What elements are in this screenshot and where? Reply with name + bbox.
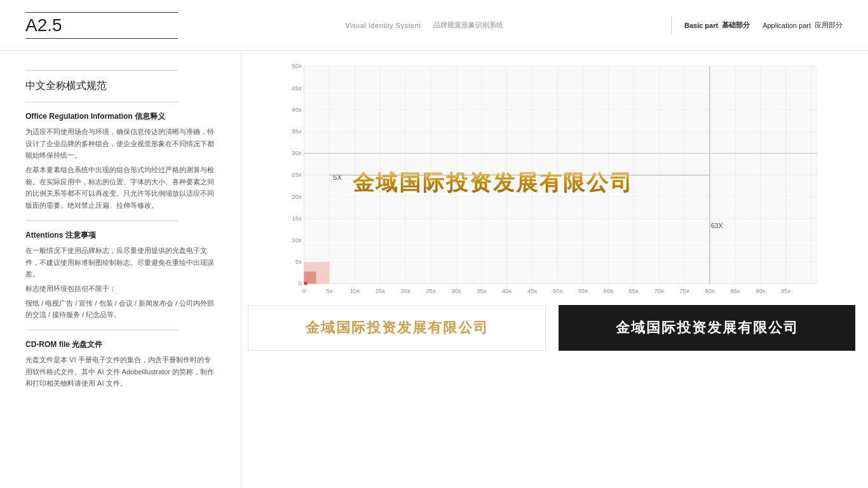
content-area: 0 5x 10x 15x 20x 25x 30x 35x 40x 45x 50x… xyxy=(241,51,868,488)
svg-text:10x: 10x xyxy=(292,236,302,243)
svg-text:25x: 25x xyxy=(292,171,302,178)
section2-heading: Office Regulation Information 信息释义 xyxy=(25,111,215,122)
nav-basic[interactable]: Basic part 基础部分 xyxy=(684,20,750,30)
section1-title: 中文全称横式规范 xyxy=(25,79,215,93)
header-center: Visual Identity System 品牌视觉形象识别系统 xyxy=(345,20,503,30)
page-code: A2.5 xyxy=(25,17,178,34)
svg-text:55x: 55x xyxy=(578,287,588,294)
svg-text:35x: 35x xyxy=(292,128,302,135)
svg-text:20x: 20x xyxy=(400,287,410,294)
svg-text:20x: 20x xyxy=(292,193,302,200)
logo-light-text: 金域国际投资发展有限公司 xyxy=(306,318,489,337)
nav-separator xyxy=(671,16,672,35)
section2-text2: 在基本要素组合系统中出现的组合形式均经过严格的测算与检验。在实际应用中，标志的位… xyxy=(25,164,215,212)
sidebar: 中文全称横式规范 Office Regulation Information 信… xyxy=(0,51,241,488)
divider3 xyxy=(25,330,178,330)
header-divider-top xyxy=(25,12,178,13)
nav-basic-cn: 基础部分 xyxy=(722,20,750,30)
svg-text:65x: 65x xyxy=(629,287,639,294)
svg-text:10x: 10x xyxy=(350,287,360,294)
section3-text2: 标志使用环境包括但不限于： xyxy=(25,283,215,295)
svg-text:30x: 30x xyxy=(451,287,461,294)
nav-app-cn: 应用部分 xyxy=(815,20,843,30)
nav-app-en: Application part xyxy=(763,22,811,29)
svg-text:15x: 15x xyxy=(292,215,302,222)
svg-text:5X: 5X xyxy=(333,173,342,181)
svg-text:25x: 25x xyxy=(426,287,436,294)
svg-text:0: 0 xyxy=(302,287,306,294)
vis-en-label: Visual Identity System xyxy=(345,22,421,29)
section4-heading: CD-ROM file 光盘文件 xyxy=(25,339,215,350)
svg-text:30x: 30x xyxy=(292,149,302,156)
header-left: A2.5 xyxy=(25,12,178,39)
section3-list: 报纸 / 电视广告 / 宣传 / 包装 / 会议 / 新闻发布会 / 公司内外部… xyxy=(25,297,215,321)
logo-light-version: 金域国际投资发展有限公司 xyxy=(248,305,546,351)
divider1 xyxy=(25,102,178,102)
nav-app[interactable]: Application part 应用部分 xyxy=(763,20,843,30)
header-nav: Basic part 基础部分 Application part 应用部分 xyxy=(671,16,843,35)
svg-text:70x: 70x xyxy=(654,287,664,294)
section3-text1: 在一般情况下使用品牌标志，应尽量使用提供的光盘电子文件，不建议使用标准制图绘制标… xyxy=(25,245,215,280)
vis-cn-label: 品牌视觉形象识别系统 xyxy=(433,20,503,30)
svg-text:90x: 90x xyxy=(756,287,766,294)
svg-text:40x: 40x xyxy=(502,287,512,294)
section2-text1: 为适应不同使用场合与环境，确保信息传达的清晰与准确，特设计了企业品牌的多种组合，… xyxy=(25,126,215,161)
nav-basic-en: Basic part xyxy=(684,22,718,29)
logo-dark-text: 金域国际投资发展有限公司 xyxy=(616,318,799,337)
svg-text:金域国际投资发展有限公司: 金域国际投资发展有限公司 xyxy=(352,170,634,194)
section3-heading: Attentions 注意事项 xyxy=(25,230,215,241)
header-divider-bottom xyxy=(25,38,178,39)
svg-text:35x: 35x xyxy=(477,287,487,294)
svg-text:45x: 45x xyxy=(527,287,538,294)
svg-rect-66 xyxy=(304,282,308,285)
svg-text:40x: 40x xyxy=(292,106,302,113)
svg-text:75x: 75x xyxy=(679,287,689,294)
svg-text:5x: 5x xyxy=(295,258,302,265)
svg-text:60x: 60x xyxy=(604,287,614,294)
svg-text:50x: 50x xyxy=(553,287,563,294)
main-layout: 中文全称横式规范 Office Regulation Information 信… xyxy=(0,51,868,488)
svg-text:45x: 45x xyxy=(292,85,302,92)
svg-text:95x: 95x xyxy=(781,287,791,294)
logo-dark-version: 金域国际投资发展有限公司 xyxy=(559,305,855,351)
svg-text:5x: 5x xyxy=(326,287,332,294)
svg-text:85x: 85x xyxy=(730,287,740,294)
bottom-logos: 金域国际投资发展有限公司 金域国际投资发展有限公司 xyxy=(248,305,855,351)
svg-text:15x: 15x xyxy=(376,287,386,294)
top-divider xyxy=(25,70,178,71)
svg-text:0: 0 xyxy=(298,280,301,287)
svg-text:63X: 63X xyxy=(711,222,723,229)
chart-svg: 0 5x 10x 15x 20x 25x 30x 35x 40x 45x 50x… xyxy=(248,60,855,302)
svg-text:50x: 50x xyxy=(292,62,302,69)
section4-text: 光盘文件是本 VI 手册电子文件的集合，内含手册制作时的专用软件格式文件。其中 … xyxy=(25,354,215,390)
divider2 xyxy=(25,220,178,221)
header: A2.5 Visual Identity System 品牌视觉形象识别系统 B… xyxy=(0,0,868,51)
svg-text:80x: 80x xyxy=(705,287,715,294)
